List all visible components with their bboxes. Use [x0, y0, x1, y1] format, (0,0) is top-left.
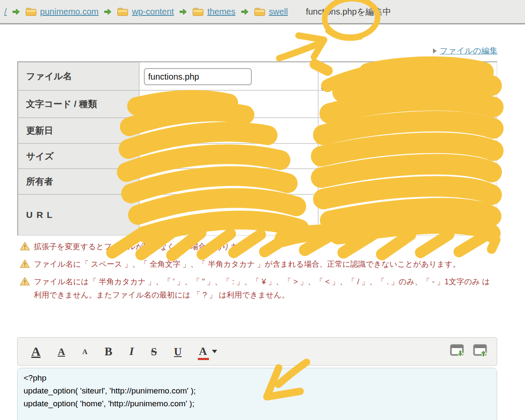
- row-label-size: サイズ: [18, 143, 139, 169]
- code-line: update_option( 'home', 'http://punimemo.…: [24, 397, 491, 410]
- row-label-charset: 文字コード / 種類: [18, 90, 139, 118]
- font-color-label: A: [199, 345, 207, 357]
- italic-button[interactable]: I: [129, 346, 134, 357]
- triangle-bullet-icon: [433, 48, 437, 54]
- breadcrumb-arrow-icon: [179, 8, 187, 15]
- warning-text: ファイル名に「 スペース 」、「 全角文字 」、「 半角カタカナ 」が含まれる場…: [34, 258, 491, 271]
- warning-item: ファイル名には「 半角カタカナ 」、「 ' 」、「 " 」、「 : 」、「 ¥ …: [20, 275, 492, 302]
- editing-status-text: functions.phpを編集中: [306, 6, 391, 18]
- warning-icon: [20, 277, 30, 302]
- filename-input[interactable]: [144, 68, 252, 85]
- warning-icon: [20, 241, 30, 253]
- warning-text: ファイル名には「 半角カタカナ 」、「 ' 」、「 " 」、「 : 」、「 ¥ …: [34, 275, 491, 302]
- right-panel-cell: [318, 194, 497, 235]
- updated-cell: [139, 118, 318, 143]
- right-panel-cell: 現: [318, 62, 497, 90]
- breadcrumb-link-swell[interactable]: swell: [269, 7, 288, 17]
- breadcrumb-link-domain[interactable]: punimemo.com: [40, 7, 99, 17]
- right-panel-cell: [318, 90, 497, 118]
- breadcrumb-link-root[interactable]: /: [4, 7, 7, 17]
- editor-export-button[interactable]: [473, 344, 489, 360]
- file-edit-link-row: ファイルの編集: [433, 45, 498, 57]
- breadcrumb-arrow-icon: [104, 8, 112, 15]
- font-size-medium-button[interactable]: A: [58, 346, 65, 357]
- bold-button[interactable]: B: [104, 346, 112, 357]
- breadcrumb: / punimemo.com wp-content themes swell f…: [0, 0, 525, 24]
- breadcrumb-arrow-icon: [241, 8, 249, 15]
- owner-cell: [139, 169, 318, 194]
- row-label-filename: ファイル名: [18, 62, 139, 90]
- warning-text: 拡張子を変更するとファイルが開けなくなる場合があります: [34, 240, 491, 253]
- folder-icon: [192, 7, 204, 16]
- filename-cell: [139, 62, 318, 90]
- folder-icon: [25, 7, 37, 16]
- code-line: update_option( 'siteurl', 'http://punime…: [24, 384, 491, 397]
- code-line: <?php: [24, 372, 491, 384]
- row-label-url: URL: [18, 194, 139, 235]
- underline-button[interactable]: U: [174, 346, 182, 357]
- warning-item: 拡張子を変更するとファイルが開けなくなる場合があります: [20, 240, 492, 253]
- font-size-large-button[interactable]: A: [31, 345, 41, 358]
- right-panel-cell: [318, 118, 497, 143]
- file-edit-link[interactable]: ファイルの編集: [440, 45, 498, 57]
- right-panel-cell: [318, 143, 497, 169]
- file-info-table: ファイル名 現 文字コード / 種類 更新日 サイズ 所有者 URL: [17, 61, 497, 235]
- folder-icon: [254, 7, 265, 16]
- warning-list: 拡張子を変更するとファイルが開けなくなる場合があります ファイル名に「 スペース…: [20, 240, 492, 306]
- row-label-updated: 更新日: [18, 118, 139, 143]
- folder-icon: [117, 7, 128, 16]
- breadcrumb-link-themes[interactable]: themes: [207, 7, 236, 17]
- code-editor-area[interactable]: <?php update_option( 'siteurl', 'http://…: [17, 368, 497, 420]
- editor-toolbar: A A A B I S U A: [17, 337, 497, 366]
- strikethrough-button[interactable]: S: [151, 346, 157, 357]
- right-panel-cell: [318, 169, 497, 194]
- file-editor: A A A B I S U A: [17, 337, 497, 420]
- warning-icon: [20, 259, 30, 271]
- warning-item: ファイル名に「 スペース 」、「 全角文字 」、「 半角カタカナ 」が含まれる場…: [20, 258, 492, 271]
- font-color-swatch: [198, 358, 209, 360]
- breadcrumb-arrow-icon: [12, 8, 20, 15]
- size-cell: [139, 143, 318, 169]
- editor-import-button[interactable]: [450, 344, 466, 360]
- charset-cell: [139, 90, 318, 118]
- breadcrumb-link-wp-content[interactable]: wp-content: [132, 7, 174, 17]
- font-size-small-button[interactable]: A: [82, 348, 87, 355]
- font-color-button[interactable]: A: [199, 346, 207, 357]
- url-cell: [139, 194, 318, 235]
- row-label-owner: 所有者: [18, 169, 139, 194]
- arrow-to-swell-annotation: [279, 36, 324, 58]
- chevron-down-icon[interactable]: [212, 350, 217, 353]
